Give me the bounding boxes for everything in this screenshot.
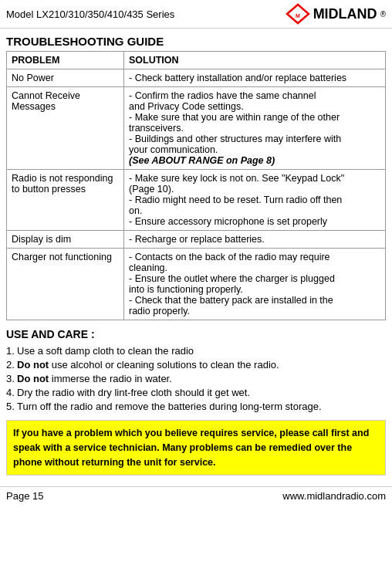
solution-line: radio properly. bbox=[129, 306, 380, 316]
col-solution-header: SOLUTION bbox=[129, 55, 179, 66]
solution-line: - Recharge or replace batteries. bbox=[129, 234, 380, 245]
text-part: use alcohol or cleaning solutions to cle… bbox=[49, 359, 279, 371]
table-row: Display is dim- Recharge or replace batt… bbox=[7, 231, 386, 249]
solution-line: - Ensure accessory microphone is set pro… bbox=[129, 216, 380, 227]
page-number: Page 15 bbox=[6, 490, 43, 502]
website-url: www.midlandradio.com bbox=[282, 490, 386, 502]
solution-cell: - Recharge or replace batteries. bbox=[124, 231, 386, 249]
solution-line: (See ABOUT RANGE on Page 8) bbox=[129, 155, 380, 166]
list-number: 3. bbox=[6, 373, 15, 384]
solution-cell: - Make sure key lock is not on. See "Key… bbox=[124, 170, 386, 231]
problem-cell: Cannot Receive Messages bbox=[7, 87, 124, 170]
text-part: Do not bbox=[17, 373, 49, 384]
solution-line: transceivers. bbox=[129, 123, 380, 134]
solution-line: - Contacts on the back of the radio may … bbox=[129, 252, 380, 262]
solution-line: your communication. bbox=[129, 144, 380, 155]
use-care-title: USE AND CARE : bbox=[6, 328, 386, 340]
brand-name: MIDLAND bbox=[313, 6, 377, 22]
solution-line: - Check battery installation and/or repl… bbox=[129, 73, 380, 83]
use-care-item: 5.Turn off the radio and remove the batt… bbox=[6, 401, 386, 412]
text-part: immerse the radio in water. bbox=[49, 373, 172, 384]
solution-line: - Confirm the radios have the same chann… bbox=[129, 90, 380, 101]
svg-text:M: M bbox=[296, 13, 300, 19]
solution-line: - Make sure key lock is not on. See "Key… bbox=[129, 173, 380, 184]
list-number: 1. bbox=[6, 345, 15, 357]
solution-line: into is functioning properly. bbox=[129, 284, 380, 295]
solution-line: cleaning. bbox=[129, 262, 380, 273]
solution-cell: - Contacts on the back of the radio may … bbox=[124, 249, 386, 320]
main-content: TROUBLESHOOTING GUIDE PROBLEM SOLUTION N… bbox=[0, 29, 392, 486]
logo-area: M MIDLAND ® bbox=[286, 3, 386, 25]
use-care-item: 3.Do not immerse the radio in water. bbox=[6, 373, 386, 384]
problem-cell: Charger not functioning bbox=[7, 249, 124, 320]
list-number: 4. bbox=[6, 387, 15, 398]
solution-line: (Page 10). bbox=[129, 184, 380, 195]
use-care-list: 1.Use a soft damp cloth to clean the rad… bbox=[6, 345, 386, 412]
problem-cell: No Power bbox=[7, 69, 124, 87]
warning-text: If you have a problem which you believe … bbox=[13, 428, 369, 468]
trademark-symbol: ® bbox=[380, 10, 386, 19]
text-part: Do not bbox=[17, 359, 49, 371]
troubleshooting-table: PROBLEM SOLUTION No Power- Check battery… bbox=[6, 51, 386, 320]
table-row: No Power- Check battery installation and… bbox=[7, 69, 386, 87]
list-number: 2. bbox=[6, 359, 15, 371]
solution-line: on. bbox=[129, 205, 380, 216]
table-row: Radio is not responding to button presse… bbox=[7, 170, 386, 231]
use-care-item: 4.Dry the radio with dry lint-free cloth… bbox=[6, 387, 386, 398]
solution-line: - Make sure that you are within range of… bbox=[129, 112, 380, 123]
use-care-item: 2.Do not use alcohol or cleaning solutio… bbox=[6, 359, 386, 371]
table-row: Cannot Receive Messages- Confirm the rad… bbox=[7, 87, 386, 170]
solution-cell: - Check battery installation and/or repl… bbox=[124, 69, 386, 87]
page-footer: Page 15 www.midlandradio.com bbox=[0, 486, 392, 505]
solution-line: - Radio might need to be reset. Turn rad… bbox=[129, 195, 380, 205]
solution-line: - Ensure the outlet where the charger is… bbox=[129, 273, 380, 284]
midland-logo-icon: M bbox=[286, 3, 310, 25]
solution-line: - Check that the battery pack are instal… bbox=[129, 295, 380, 306]
solution-cell: - Confirm the radios have the same chann… bbox=[124, 87, 386, 170]
col-problem-header: PROBLEM bbox=[12, 55, 60, 66]
page-header: Model LX210/310/350/410/435 Series M MID… bbox=[0, 0, 392, 29]
section-title: TROUBLESHOOTING GUIDE bbox=[6, 35, 386, 48]
warning-box: If you have a problem which you believe … bbox=[6, 420, 386, 475]
problem-cell: Radio is not responding to button presse… bbox=[7, 170, 124, 231]
solution-line: - Buildings and other structures may int… bbox=[129, 134, 380, 144]
problem-cell: Display is dim bbox=[7, 231, 124, 249]
table-row: Charger not functioning- Contacts on the… bbox=[7, 249, 386, 320]
use-care-item: 1.Use a soft damp cloth to clean the rad… bbox=[6, 345, 386, 357]
solution-line: and Privacy Code settings. bbox=[129, 101, 380, 112]
model-title: Model LX210/310/350/410/435 Series bbox=[6, 8, 174, 20]
list-number: 5. bbox=[6, 401, 15, 412]
